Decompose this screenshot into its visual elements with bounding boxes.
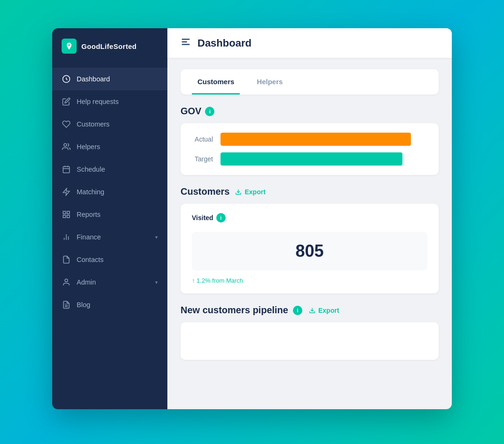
main-content: Dashboard Customers Helpers GOV i Actual — [167, 28, 452, 409]
reports-icon — [62, 210, 71, 219]
svg-rect-10 — [63, 215, 65, 218]
sidebar-item-label: Schedule — [77, 166, 105, 173]
tab-helpers[interactable]: Helpers — [251, 69, 288, 95]
sidebar-item-finance[interactable]: Finance ▾ — [52, 226, 167, 248]
sidebar-item-label: Blog — [77, 301, 90, 309]
visited-change: ↑ 1.2% from March — [192, 277, 427, 284]
page-title: Dashboard — [197, 37, 252, 49]
matching-icon — [62, 187, 71, 197]
sidebar-item-label: Helpers — [77, 143, 100, 151]
sidebar-item-label: Reports — [77, 211, 101, 218]
sidebar-item-label: Dashboard — [77, 75, 110, 83]
topbar: Dashboard — [167, 28, 452, 58]
actual-label: Actual — [192, 135, 213, 143]
sidebar-item-blog[interactable]: Blog — [52, 293, 167, 316]
target-label: Target — [192, 155, 213, 163]
visited-value-box: 805 — [192, 232, 427, 270]
gov-info-icon[interactable]: i — [205, 107, 214, 116]
customers-section-header: Customers Export — [181, 186, 439, 197]
pipeline-export-label: Export — [318, 307, 339, 314]
sidebar-item-label: Matching — [77, 188, 104, 196]
svg-point-14 — [65, 279, 68, 282]
tabs-container: Customers Helpers — [181, 69, 439, 95]
sidebar-item-customers[interactable]: Customers — [52, 113, 167, 135]
customers-export-label: Export — [244, 188, 265, 196]
customers-section-title: Customers — [181, 186, 229, 197]
metric-cards: Visited i 805 ↑ 1.2% from March — [181, 204, 439, 293]
sidebar-logo: GoodLifeSorted — [52, 28, 167, 64]
blog-icon — [62, 300, 71, 309]
pipeline-info-icon[interactable]: i — [293, 306, 302, 315]
actual-bar-track — [220, 133, 427, 146]
svg-rect-2 — [63, 166, 70, 173]
sidebar-item-help-requests[interactable]: Help requests — [52, 90, 167, 113]
sidebar-item-label: Finance — [77, 233, 101, 241]
svg-marker-6 — [63, 189, 70, 196]
logo-icon — [62, 39, 77, 54]
sidebar-item-label: Help requests — [77, 98, 118, 105]
svg-rect-7 — [63, 211, 65, 214]
actual-bar-fill — [220, 133, 411, 146]
finance-icon — [62, 232, 71, 242]
logo-text: GoodLifeSorted — [81, 42, 137, 50]
sidebar-item-label: Contacts — [77, 256, 103, 263]
customers-export-button[interactable]: Export — [235, 188, 265, 196]
sidebar-item-helpers[interactable]: Helpers — [52, 135, 167, 158]
help-icon — [62, 97, 71, 106]
chevron-down-icon: ▾ — [155, 234, 158, 240]
customers-icon — [62, 119, 71, 129]
pipeline-title: New customers pipeline — [181, 305, 288, 316]
schedule-icon — [62, 165, 71, 174]
sidebar-item-contacts[interactable]: Contacts — [52, 248, 167, 271]
svg-point-1 — [64, 143, 67, 146]
admin-icon — [62, 278, 71, 287]
actual-bar-row: Actual — [192, 133, 427, 146]
chevron-down-icon: ▾ — [155, 279, 158, 285]
pipeline-export-button[interactable]: Export — [309, 307, 339, 314]
dashboard-icon — [62, 74, 71, 84]
svg-rect-8 — [67, 211, 70, 214]
target-bar-track — [220, 152, 427, 166]
tab-customers[interactable]: Customers — [192, 69, 240, 95]
visited-label: Visited i — [192, 213, 427, 222]
menu-icon[interactable] — [181, 37, 191, 49]
pipeline-section-header: New customers pipeline i Export — [181, 305, 439, 316]
gov-chart-card: Actual Target — [181, 123, 439, 175]
pipeline-card — [181, 322, 439, 360]
sidebar-item-label: Admin — [77, 278, 96, 286]
sidebar-item-admin[interactable]: Admin ▾ — [52, 271, 167, 293]
sidebar-item-reports[interactable]: Reports — [52, 203, 167, 226]
sidebar-navigation: Dashboard Help requests — [52, 64, 167, 409]
sidebar-item-dashboard[interactable]: Dashboard — [52, 68, 167, 90]
visited-info-icon[interactable]: i — [216, 213, 226, 222]
sidebar-item-label: Customers — [77, 120, 110, 128]
visited-metric-card: Visited i 805 ↑ 1.2% from March — [192, 213, 427, 284]
helpers-icon — [62, 142, 71, 151]
sidebar: GoodLifeSorted Dashboard — [52, 28, 167, 409]
app-container: GoodLifeSorted Dashboard — [52, 28, 452, 409]
sidebar-item-matching[interactable]: Matching — [52, 181, 167, 203]
sidebar-item-schedule[interactable]: Schedule — [52, 158, 167, 181]
target-bar-fill — [220, 152, 402, 166]
content-area: Customers Helpers GOV i Actual Target — [167, 58, 452, 409]
target-bar-row: Target — [192, 152, 427, 166]
contacts-icon — [62, 255, 71, 264]
gov-section-header: GOV i — [181, 106, 439, 117]
gov-title: GOV — [181, 106, 201, 117]
svg-rect-9 — [67, 215, 70, 218]
visited-number: 805 — [295, 241, 323, 261]
